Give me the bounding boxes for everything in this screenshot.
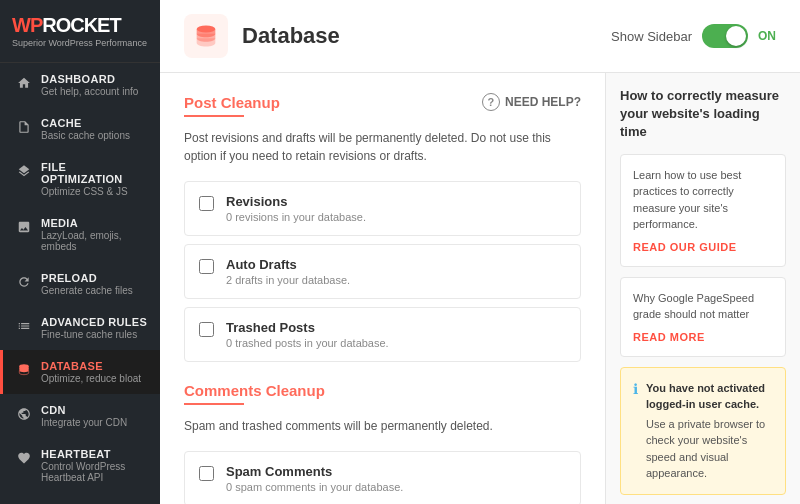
file-opt-label: FILE OPTIMIZATION [41, 161, 148, 185]
main-panel: Post Cleanup ? NEED HELP? Post revisions… [160, 73, 605, 504]
preload-sub: Generate cache files [41, 285, 148, 296]
sidebar-item-cache[interactable]: CACHE Basic cache options [0, 107, 160, 151]
help-circle-icon: ? [482, 93, 500, 111]
post-cleanup-title: Post Cleanup ? NEED HELP? [184, 93, 581, 111]
sidebar-item-dashboard[interactable]: DASHBOARD Get help, account info [0, 63, 160, 107]
post-cleanup-checkboxes: Revisions 0 revisions in your database. … [184, 181, 581, 362]
post-cleanup-description: Post revisions and drafts will be perman… [184, 129, 581, 165]
database-header-icon [184, 14, 228, 58]
content-area: Post Cleanup ? NEED HELP? Post revisions… [160, 73, 800, 504]
main-content: Database Show Sidebar ON Post Cleanup ? … [160, 0, 800, 504]
show-sidebar-toggle[interactable] [702, 24, 748, 48]
page-header: Database Show Sidebar ON [160, 0, 800, 73]
trashed-posts-label: Trashed Posts [226, 320, 389, 335]
sidebar-panel-title: How to correctly measure your website's … [620, 87, 786, 142]
spam-comments-label: Spam Comments [226, 464, 403, 479]
sidebar-item-advanced-rules[interactable]: ADVANCED RULES Fine-tune cache rules [0, 306, 160, 350]
image-icon [15, 218, 33, 236]
tip-1-link[interactable]: READ OUR GUIDE [633, 241, 737, 253]
sidebar-item-cdn[interactable]: CDN Integrate your CDN [0, 394, 160, 438]
auto-drafts-item: Auto Drafts 2 drafts in your database. [184, 244, 581, 299]
list-icon [15, 317, 33, 335]
logo-subtitle: Superior WordPress Performance [12, 38, 148, 48]
tip-2-text: Why Google PageSpeed grade should not ma… [633, 290, 773, 323]
toggle-state-label: ON [758, 29, 776, 43]
sidebar-item-heartbeat[interactable]: HEARTBEAT Control WordPress Heartbeat AP… [0, 438, 160, 493]
layers-icon [15, 162, 33, 180]
revisions-item: Revisions 0 revisions in your database. [184, 181, 581, 236]
advanced-rules-label: ADVANCED RULES [41, 316, 148, 328]
trashed-posts-desc: 0 trashed posts in your database. [226, 337, 389, 349]
tip-2-link[interactable]: READ MORE [633, 331, 705, 343]
sidebar-logo: WPROCKET Superior WordPress Performance [0, 0, 160, 63]
cache-sub: Basic cache options [41, 130, 148, 141]
comments-cleanup-title: Comments Cleanup [184, 382, 581, 399]
comments-cleanup-section: Comments Cleanup Spam and trashed commen… [184, 382, 581, 504]
revisions-desc: 0 revisions in your database. [226, 211, 366, 223]
comments-cleanup-description: Spam and trashed comments will be perman… [184, 417, 581, 435]
tip-card-1: Learn how to use best practices to corre… [620, 154, 786, 267]
media-label: MEDIA [41, 217, 148, 229]
file-icon [15, 118, 33, 136]
spam-comments-desc: 0 spam comments in your database. [226, 481, 403, 493]
spam-comments-item: Spam Comments 0 spam comments in your da… [184, 451, 581, 504]
tip-1-text: Learn how to use best practices to corre… [633, 167, 773, 233]
revisions-checkbox[interactable] [199, 196, 214, 211]
preload-label: PRELOAD [41, 272, 148, 284]
heartbeat-label: HEARTBEAT [41, 448, 148, 460]
need-help-label: NEED HELP? [505, 95, 581, 109]
auto-drafts-label: Auto Drafts [226, 257, 350, 272]
sidebar: WPROCKET Superior WordPress Performance … [0, 0, 160, 504]
revisions-label: Revisions [226, 194, 366, 209]
logo-rocket: ROCKET [42, 14, 120, 36]
database-icon [15, 361, 33, 379]
trashed-posts-checkbox[interactable] [199, 322, 214, 337]
house-icon [15, 74, 33, 92]
media-sub: LazyLoad, emojis, embeds [41, 230, 148, 252]
cache-label: CACHE [41, 117, 148, 129]
sidebar-item-file-optimization[interactable]: FILE OPTIMIZATION Optimize CSS & JS [0, 151, 160, 207]
dashboard-sub: Get help, account info [41, 86, 148, 97]
trashed-posts-item: Trashed Posts 0 trashed posts in your da… [184, 307, 581, 362]
advanced-rules-sub: Fine-tune cache rules [41, 329, 148, 340]
heart-icon [15, 449, 33, 467]
info-icon: ℹ [633, 381, 638, 482]
logo-wp: WP [12, 14, 42, 36]
info-title: You have not activated logged-in user ca… [646, 380, 773, 413]
need-help-button[interactable]: ? NEED HELP? [482, 93, 581, 111]
refresh-icon [15, 273, 33, 291]
auto-drafts-checkbox[interactable] [199, 259, 214, 274]
post-cleanup-section: Post Cleanup ? NEED HELP? Post revisions… [184, 93, 581, 362]
tip-card-2: Why Google PageSpeed grade should not ma… [620, 277, 786, 357]
post-cleanup-divider [184, 115, 244, 117]
cdn-label: CDN [41, 404, 148, 416]
logo-text: WPROCKET [12, 14, 148, 37]
show-sidebar-label: Show Sidebar [611, 29, 692, 44]
sidebar-item-database[interactable]: DATABASE Optimize, reduce bloat [0, 350, 160, 394]
auto-drafts-desc: 2 drafts in your database. [226, 274, 350, 286]
cdn-sub: Integrate your CDN [41, 417, 148, 428]
info-body: Use a private browser to check your webs… [646, 418, 765, 480]
comments-cleanup-checkboxes: Spam Comments 0 spam comments in your da… [184, 451, 581, 504]
page-title: Database [242, 23, 340, 49]
database-sub: Optimize, reduce bloat [41, 373, 148, 384]
file-opt-sub: Optimize CSS & JS [41, 186, 148, 197]
dashboard-label: DASHBOARD [41, 73, 148, 85]
sidebar-item-preload[interactable]: PRELOAD Generate cache files [0, 262, 160, 306]
info-sidebar: How to correctly measure your website's … [605, 73, 800, 504]
sidebar-item-media[interactable]: MEDIA LazyLoad, emojis, embeds [0, 207, 160, 262]
toggle-knob [726, 26, 746, 46]
globe-icon [15, 405, 33, 423]
info-card: ℹ You have not activated logged-in user … [620, 367, 786, 495]
spam-comments-checkbox[interactable] [199, 466, 214, 481]
database-label: DATABASE [41, 360, 148, 372]
comments-cleanup-divider [184, 403, 244, 405]
heartbeat-sub: Control WordPress Heartbeat API [41, 461, 148, 483]
